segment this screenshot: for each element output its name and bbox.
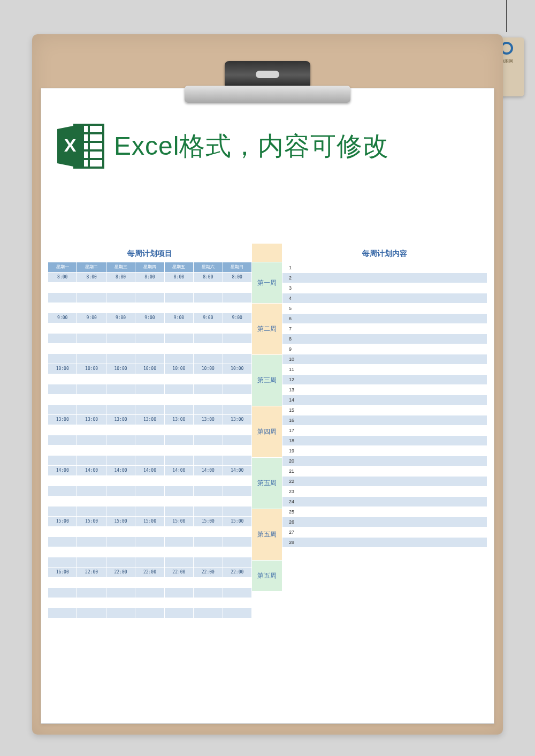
empty-cell[interactable] [135, 445, 164, 455]
empty-cell[interactable] [106, 475, 135, 486]
content-row[interactable]: 14 [282, 395, 487, 405]
time-cell[interactable]: 10:00 [48, 364, 77, 374]
empty-cell[interactable] [106, 455, 135, 465]
empty-cell[interactable] [194, 557, 223, 567]
empty-cell[interactable] [77, 333, 106, 343]
empty-cell[interactable] [135, 587, 164, 598]
time-cell[interactable]: 13:00 [165, 414, 194, 425]
empty-cell[interactable] [106, 343, 135, 353]
empty-cell[interactable] [135, 353, 164, 364]
empty-cell[interactable] [135, 425, 164, 435]
time-cell[interactable]: 14:00 [194, 465, 223, 475]
empty-cell[interactable] [77, 526, 106, 536]
empty-cell[interactable] [106, 598, 135, 608]
content-row[interactable]: 17 [282, 425, 487, 435]
empty-cell[interactable] [48, 435, 77, 445]
time-cell[interactable]: 13:00 [48, 414, 77, 425]
empty-cell[interactable] [165, 536, 194, 547]
empty-cell[interactable] [223, 292, 251, 303]
empty-cell[interactable] [165, 425, 194, 435]
time-cell[interactable]: 22:00 [135, 567, 164, 577]
content-row[interactable]: 4 [282, 293, 487, 303]
content-row[interactable]: 3 [282, 283, 487, 293]
empty-cell[interactable] [223, 384, 251, 394]
empty-cell[interactable] [223, 303, 251, 313]
empty-cell[interactable] [48, 374, 77, 384]
empty-cell[interactable] [48, 353, 77, 364]
empty-cell[interactable] [194, 394, 223, 404]
empty-cell[interactable] [194, 455, 223, 465]
empty-cell[interactable] [223, 374, 251, 384]
empty-cell[interactable] [165, 577, 194, 587]
empty-cell[interactable] [165, 292, 194, 303]
empty-cell[interactable] [77, 486, 106, 496]
time-cell[interactable]: 15:00 [165, 516, 194, 526]
empty-cell[interactable] [135, 404, 164, 414]
empty-cell[interactable] [223, 343, 251, 353]
empty-cell[interactable] [194, 526, 223, 536]
empty-cell[interactable] [165, 587, 194, 598]
empty-cell[interactable] [48, 292, 77, 303]
time-cell[interactable]: 22:00 [77, 567, 106, 577]
empty-cell[interactable] [135, 292, 164, 303]
content-row[interactable]: 22 [282, 476, 487, 486]
empty-cell[interactable] [106, 384, 135, 394]
empty-cell[interactable] [48, 384, 77, 394]
empty-cell[interactable] [48, 587, 77, 598]
empty-cell[interactable] [223, 547, 251, 557]
empty-cell[interactable] [223, 506, 251, 516]
empty-cell[interactable] [194, 435, 223, 445]
empty-cell[interactable] [135, 384, 164, 394]
empty-cell[interactable] [135, 303, 164, 313]
empty-cell[interactable] [106, 333, 135, 343]
empty-cell[interactable] [106, 536, 135, 547]
empty-cell[interactable] [194, 608, 223, 618]
empty-cell[interactable] [194, 547, 223, 557]
empty-cell[interactable] [77, 547, 106, 557]
content-row[interactable]: 15 [282, 405, 487, 415]
empty-cell[interactable] [77, 343, 106, 353]
empty-cell[interactable] [194, 598, 223, 608]
empty-cell[interactable] [48, 506, 77, 516]
empty-cell[interactable] [223, 536, 251, 547]
empty-cell[interactable] [106, 425, 135, 435]
empty-cell[interactable] [106, 506, 135, 516]
empty-cell[interactable] [223, 608, 251, 618]
empty-cell[interactable] [165, 547, 194, 557]
empty-cell[interactable] [48, 557, 77, 567]
empty-cell[interactable] [48, 323, 77, 333]
time-cell[interactable]: 22:00 [165, 567, 194, 577]
empty-cell[interactable] [77, 608, 106, 618]
time-cell[interactable]: 15:00 [106, 516, 135, 526]
content-row[interactable]: 12 [282, 374, 487, 384]
empty-cell[interactable] [106, 526, 135, 536]
empty-cell[interactable] [77, 506, 106, 516]
content-row[interactable]: 8 [282, 334, 487, 344]
time-cell[interactable]: 14:00 [48, 465, 77, 475]
empty-cell[interactable] [77, 282, 106, 292]
empty-cell[interactable] [77, 425, 106, 435]
empty-cell[interactable] [48, 608, 77, 618]
empty-cell[interactable] [165, 394, 194, 404]
time-cell[interactable]: 8:00 [106, 272, 135, 282]
empty-cell[interactable] [77, 496, 106, 506]
empty-cell[interactable] [48, 598, 77, 608]
empty-cell[interactable] [135, 333, 164, 343]
content-row[interactable]: 26 [282, 517, 487, 527]
empty-cell[interactable] [135, 282, 164, 292]
time-cell[interactable]: 9:00 [135, 313, 164, 323]
empty-cell[interactable] [165, 333, 194, 343]
empty-cell[interactable] [106, 577, 135, 587]
empty-cell[interactable] [48, 496, 77, 506]
empty-cell[interactable] [223, 455, 251, 465]
empty-cell[interactable] [165, 598, 194, 608]
empty-cell[interactable] [48, 547, 77, 557]
empty-cell[interactable] [135, 486, 164, 496]
empty-cell[interactable] [223, 435, 251, 445]
empty-cell[interactable] [48, 404, 77, 414]
time-cell[interactable]: 9:00 [165, 313, 194, 323]
empty-cell[interactable] [106, 547, 135, 557]
empty-cell[interactable] [77, 598, 106, 608]
empty-cell[interactable] [223, 394, 251, 404]
time-cell[interactable]: 14:00 [77, 465, 106, 475]
